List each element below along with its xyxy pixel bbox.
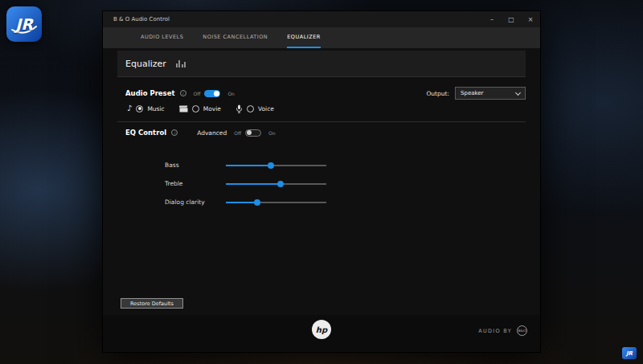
slider-thumb[interactable] bbox=[277, 181, 284, 187]
close-button[interactable]: × bbox=[521, 11, 540, 27]
radio-movie[interactable] bbox=[192, 105, 199, 112]
advanced-toggle[interactable] bbox=[245, 129, 261, 137]
page-header: Equalizer bbox=[117, 51, 526, 77]
treble-slider-label: Treble bbox=[165, 180, 226, 187]
toggle-off-label: Off bbox=[234, 130, 241, 136]
eq-control-label: EQ Control bbox=[125, 129, 166, 137]
jr-watermark-small: JR bbox=[622, 347, 637, 359]
tab-noise-cancellation[interactable]: NOISE CANCELLATION bbox=[203, 27, 268, 48]
preset-options-row: ♪ Music Movie bbox=[117, 100, 526, 117]
dialog-clarity-slider[interactable] bbox=[226, 202, 326, 203]
jr-watermark-logo: JR bbox=[6, 6, 42, 42]
audio-by-branding: AUDIO BY B&O bbox=[478, 325, 527, 336]
window-titlebar: B & O Audio Control – □ × bbox=[103, 11, 540, 27]
section-divider bbox=[117, 121, 526, 122]
dialog-clarity-slider-label: Dialog clarity bbox=[165, 198, 226, 206]
bass-slider[interactable] bbox=[226, 165, 326, 166]
preset-music[interactable]: ♪ Music bbox=[127, 104, 165, 112]
microphone-icon bbox=[235, 104, 243, 113]
slider-row-bass: Bass bbox=[117, 156, 526, 174]
preset-voice-label: Voice bbox=[258, 105, 274, 112]
output-selected-value: Speaker bbox=[461, 90, 483, 96]
movie-clapper-icon bbox=[179, 105, 188, 112]
bo-audio-control-window: B & O Audio Control – □ × AUDIO LEVELS N… bbox=[103, 11, 540, 352]
toggle-on-label: On bbox=[227, 91, 235, 96]
video-background: JR B & O Audio Control – □ × AUDIO LEVEL… bbox=[0, 0, 643, 364]
toggle-on-label: On bbox=[268, 130, 276, 136]
radio-music[interactable] bbox=[136, 105, 143, 112]
minimize-button[interactable]: – bbox=[482, 11, 502, 27]
window-controls: – □ × bbox=[482, 11, 540, 27]
slider-row-treble: Treble bbox=[117, 174, 526, 193]
toggle-off-label: Off bbox=[194, 91, 201, 96]
audio-preset-toggle[interactable] bbox=[204, 90, 220, 97]
maximize-button[interactable]: □ bbox=[502, 11, 521, 27]
treble-slider[interactable] bbox=[226, 183, 326, 185]
slider-thumb[interactable] bbox=[254, 199, 260, 206]
slider-fill bbox=[226, 202, 257, 203]
radio-voice[interactable] bbox=[247, 105, 254, 112]
bang-olufsen-logo: B&O bbox=[517, 325, 527, 336]
bass-slider-label: Bass bbox=[165, 162, 226, 169]
output-group: Output: Speaker bbox=[426, 87, 526, 100]
tab-bar: AUDIO LEVELS NOISE CANCELLATION EQUALIZE… bbox=[103, 27, 540, 48]
slider-row-dialog-clarity: Dialog clarity bbox=[117, 193, 526, 211]
music-note-icon: ♪ bbox=[127, 104, 132, 112]
jr-watermark-text: JR bbox=[15, 15, 33, 33]
toggle-knob bbox=[247, 130, 252, 135]
hp-logo: hp bbox=[312, 320, 331, 339]
preset-movie[interactable]: Movie bbox=[179, 105, 221, 112]
tab-audio-levels[interactable]: AUDIO LEVELS bbox=[141, 27, 183, 48]
audio-preset-label: Audio Preset bbox=[125, 89, 175, 97]
advanced-label: Advanced bbox=[197, 129, 227, 137]
window-title: B & O Audio Control bbox=[113, 16, 170, 22]
audio-by-label: AUDIO BY bbox=[478, 328, 512, 334]
info-icon[interactable]: i bbox=[180, 90, 186, 96]
page-title: Equalizer bbox=[125, 59, 166, 69]
audio-preset-row: Audio Preset i Off On Output: Speaker bbox=[117, 86, 526, 100]
preset-voice[interactable]: Voice bbox=[235, 104, 274, 113]
eq-sliders: Bass Treble Dialog clarity bbox=[117, 156, 526, 211]
chevron-down-icon bbox=[515, 89, 521, 95]
equalizer-panel: Equalizer Audio Preset i Off On Output: … bbox=[103, 48, 540, 315]
equalizer-bars-icon bbox=[176, 59, 186, 67]
output-label: Output: bbox=[426, 90, 449, 97]
restore-defaults-button[interactable]: Restore Defaults bbox=[121, 298, 183, 309]
window-footer: hp AUDIO BY B&O bbox=[103, 315, 540, 352]
tab-equalizer[interactable]: EQUALIZER bbox=[287, 27, 321, 48]
slider-thumb[interactable] bbox=[268, 162, 274, 169]
output-dropdown[interactable]: Speaker bbox=[455, 87, 526, 100]
slider-fill bbox=[226, 165, 271, 166]
info-icon[interactable]: i bbox=[171, 129, 178, 136]
slider-fill bbox=[226, 183, 281, 185]
preset-movie-label: Movie bbox=[203, 105, 221, 112]
eq-control-row: EQ Control i Advanced Off On bbox=[117, 125, 526, 140]
preset-music-label: Music bbox=[147, 105, 164, 112]
toggle-knob bbox=[214, 91, 219, 96]
